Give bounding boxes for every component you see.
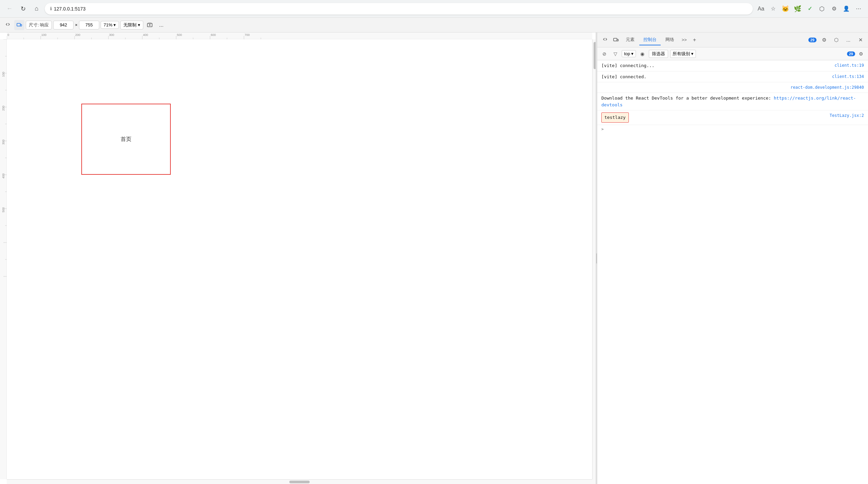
star-icon: ☆	[771, 5, 776, 12]
home-icon: ⌂	[35, 5, 39, 12]
vite-connected-source[interactable]: client.ts:134	[832, 73, 864, 80]
url-text: 127.0.0.1:5173	[54, 6, 85, 12]
devtools-more-icon: ...	[846, 37, 851, 43]
devtools-settings-icon: ⚙	[822, 37, 826, 43]
ext4-icon: ⬡	[819, 5, 825, 13]
width-input[interactable]	[53, 21, 74, 29]
zoom-select[interactable]: 71% ▾	[101, 21, 119, 29]
devtools-close-icon: ✕	[859, 37, 863, 43]
more-options-button[interactable]: ...	[156, 20, 166, 30]
settings-button[interactable]: ⚙	[829, 3, 840, 14]
translate-icon: Aa	[758, 6, 764, 12]
more-menu-button[interactable]: ⋯	[853, 3, 864, 14]
url-bar[interactable]: ℹ 127.0.0.1:5173	[45, 3, 753, 15]
console-eye-button[interactable]: ◉	[638, 49, 647, 58]
console-top-chevron: ▾	[631, 51, 634, 56]
inspect-button[interactable]	[3, 20, 13, 30]
tab-elements[interactable]: 元素	[622, 35, 639, 45]
svg-text:400: 400	[143, 33, 148, 37]
console-filter-toggle[interactable]: ▽	[611, 49, 620, 58]
profile-icon: 👤	[843, 5, 850, 12]
address-bar: ← ↻ ⌂ ℹ 127.0.0.1:5173 Aa ☆ 🐱 🌿	[0, 0, 868, 18]
refresh-button[interactable]: ↻	[18, 3, 28, 14]
tab-console[interactable]: 控制台	[639, 35, 661, 45]
console-output: [vite] connecting... client.ts:19 [vite]…	[597, 60, 868, 484]
panel-drag-divider[interactable]	[596, 33, 597, 484]
svg-text:600: 600	[211, 33, 216, 37]
devtools-header-right: 29 ⚙ ⬡ ... ✕	[808, 35, 865, 45]
devtools-panel: 元素 控制台 网络 >> + 29 ⚙ ⬡ ...	[597, 33, 868, 484]
console-level-select[interactable]: 所有级别 ▾	[670, 50, 696, 58]
console-settings-button[interactable]: ⚙	[856, 49, 865, 58]
ext3-button[interactable]: ✓	[804, 3, 815, 14]
ext1-button[interactable]: 🐱	[780, 3, 791, 14]
console-entry-vite-connecting: [vite] connecting... client.ts:19	[597, 60, 868, 71]
svg-text:300: 300	[2, 140, 5, 145]
console-entry-react-devtools: Download the React DevTools for a better…	[597, 93, 868, 110]
devtools-settings-button[interactable]: ⚙	[819, 35, 829, 45]
svg-text:500: 500	[2, 207, 5, 212]
devtools-inspect-button[interactable]	[600, 35, 610, 45]
console-settings-icon: ⚙	[859, 51, 863, 57]
svg-text:200: 200	[75, 33, 80, 37]
react-dom-source[interactable]: react-dom.development.js:29840	[790, 84, 864, 90]
info-icon: ℹ	[50, 6, 52, 11]
devtools-device-icon	[613, 37, 619, 43]
star-button[interactable]: ☆	[768, 3, 779, 14]
capture-button[interactable]	[145, 20, 155, 30]
homepage-box: 首页	[81, 104, 171, 175]
console-top-select[interactable]: top ▾	[622, 50, 636, 57]
refresh-icon: ↻	[21, 5, 26, 13]
height-input[interactable]	[79, 21, 99, 29]
viewport-area: 0 100 200 300 400 500 600	[0, 33, 597, 484]
devtools-more-button[interactable]: ...	[844, 35, 853, 45]
ext2-button[interactable]: 🌿	[792, 3, 803, 14]
vite-connected-text: [vite] connected.	[601, 73, 829, 80]
testlazy-source[interactable]: TestLazy.jsx:2	[830, 112, 864, 119]
drag-handle	[596, 253, 597, 264]
size-preset-label[interactable]: 尺寸: 响应	[26, 21, 52, 29]
home-button[interactable]: ⌂	[31, 3, 42, 14]
console-clear-icon: ⊘	[602, 51, 606, 57]
svg-rect-51	[614, 38, 617, 41]
limit-select[interactable]: 无限制 ▾	[120, 21, 143, 29]
ext3-icon: ✓	[808, 5, 812, 12]
console-entry-testlazy: testlazy TestLazy.jsx:2	[597, 110, 868, 125]
console-clear-button[interactable]: ⊘	[600, 49, 609, 58]
console-filter-input[interactable]: 筛选器	[649, 50, 668, 58]
devtools-device-button[interactable]	[611, 35, 621, 45]
svg-text:500: 500	[177, 33, 182, 37]
profile-button[interactable]: 👤	[841, 3, 852, 14]
console-eye-icon: ◉	[640, 51, 644, 57]
responsive-button[interactable]	[14, 20, 24, 30]
console-entry-vite-connected: [vite] connected. client.ts:134	[597, 71, 868, 83]
ext2-icon: 🌿	[794, 5, 801, 13]
viewport-size-control: 尺寸: 响应 ×	[26, 21, 99, 29]
back-icon: ←	[6, 5, 13, 12]
svg-rect-52	[617, 39, 618, 41]
testlazy-text-container: testlazy	[601, 112, 827, 123]
devtools-peers-button[interactable]: ⬡	[831, 35, 841, 45]
h-scrollbar-thumb[interactable]	[289, 481, 310, 483]
responsive-icon	[17, 22, 22, 28]
console-expand-arrow[interactable]: >	[597, 125, 868, 133]
ruler-vertical: 100 200 300 400 500	[0, 39, 7, 479]
devtools-more-tabs[interactable]: >>	[679, 35, 689, 44]
vite-connecting-source[interactable]: client.ts:19	[834, 62, 864, 68]
ext4-button[interactable]: ⬡	[817, 3, 827, 14]
ruler-v-svg: 100 200 300 400 500	[0, 39, 7, 479]
svg-text:0: 0	[7, 33, 9, 37]
size-separator: ×	[75, 22, 78, 27]
inspect-icon	[5, 22, 11, 28]
devtools-close-button[interactable]: ✕	[856, 35, 865, 45]
capture-icon	[147, 22, 152, 28]
h-scrollbar[interactable]	[7, 479, 592, 484]
homepage-label: 首页	[121, 136, 131, 143]
translate-button[interactable]: Aa	[756, 3, 766, 14]
svg-text:100: 100	[41, 33, 46, 37]
back-button[interactable]: ←	[4, 3, 15, 14]
console-entry-react-dom: react-dom.development.js:29840	[597, 82, 868, 93]
devtools-add-tab[interactable]: +	[690, 35, 699, 45]
tab-network[interactable]: 网络	[661, 35, 678, 45]
svg-text:400: 400	[2, 173, 5, 178]
